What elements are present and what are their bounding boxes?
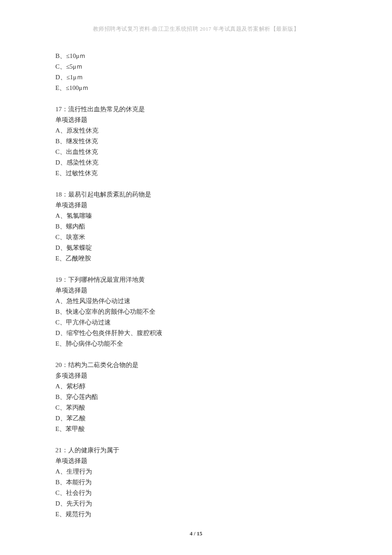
question-block-17: 17：流行性出血热常见的休克是 单项选择题 A、原发性休克 B、继发性休克 C、…: [55, 104, 337, 179]
option-text: D、苯乙酸: [55, 413, 337, 424]
option-text: D、感染性休克: [55, 157, 337, 168]
document-page: 教师招聘考试复习资料-曲江卫生系统招聘 2017 年考试真题及答案解析【最新版】…: [0, 0, 392, 555]
option-text: B、本能行为: [55, 477, 337, 488]
content-area: B、≤10μｍ C、≤5μｍ D、≤1μｍ E、≤100μｍ 17：流行性出血热…: [55, 51, 337, 520]
option-text: E、苯甲酸: [55, 424, 337, 434]
option-text: E、过敏性休克: [55, 168, 337, 179]
option-text: B、螺内酯: [55, 221, 337, 232]
option-text: C、苯丙酸: [55, 402, 337, 413]
option-text: E、规范行为: [55, 509, 337, 520]
question-block-18: 18：最易引起电解质紊乱的药物是 单项选择题 A、氢氯噻嗪 B、螺内酯 C、呋塞…: [55, 189, 337, 264]
question-block-21: 21：人的健康行为属于 单项选择题 A、生理行为 B、本能行为 C、社会行为 D…: [55, 445, 337, 520]
question-type: 多项选择题: [55, 370, 337, 381]
question-stem: 20：结构为二萜类化合物的是: [55, 360, 337, 370]
option-text: A、氢氯噻嗪: [55, 211, 337, 221]
option-text: C、呋塞米: [55, 232, 337, 243]
option-text: D、先天行为: [55, 498, 337, 509]
option-text: E、肺心病伴心功能不全: [55, 338, 337, 349]
option-text: B、快速心室率的房颤伴心功能不全: [55, 306, 337, 317]
option-text: B、穿心莲内酯: [55, 392, 337, 402]
option-text: E、乙酰唑胺: [55, 253, 337, 264]
option-text: A、生理行为: [55, 466, 337, 477]
question-stem: 18：最易引起电解质紊乱的药物是: [55, 189, 337, 200]
page-number-total: 15: [197, 530, 202, 537]
question-stem: 21：人的健康行为属于: [55, 445, 337, 456]
option-text: C、≤5μｍ: [55, 61, 337, 72]
question-type: 单项选择题: [55, 456, 337, 466]
option-text: E、≤100μｍ: [55, 83, 337, 93]
option-text: D、氨苯蝶啶: [55, 243, 337, 253]
question-block-20: 20：结构为二萜类化合物的是 多项选择题 A、紫杉醇 B、穿心莲内酯 C、苯丙酸…: [55, 360, 337, 434]
page-header: 教师招聘考试复习资料-曲江卫生系统招聘 2017 年考试真题及答案解析【最新版】: [55, 26, 337, 33]
question-stem: 17：流行性出血热常见的休克是: [55, 104, 337, 115]
question-type: 单项选择题: [55, 200, 337, 211]
page-number-sep: /: [193, 530, 197, 537]
option-text: A、原发性休克: [55, 125, 337, 136]
question-block-19: 19：下列哪种情况最宜用洋地黄 单项选择题 A、急性风湿热伴心动过速 B、快速心…: [55, 275, 337, 349]
option-text: C、甲亢伴心动过速: [55, 317, 337, 328]
option-text: A、急性风湿热伴心动过速: [55, 296, 337, 306]
option-text: C、出血性休克: [55, 147, 337, 157]
question-stem: 19：下列哪种情况最宜用洋地黄: [55, 275, 337, 285]
option-text: A、紫杉醇: [55, 381, 337, 392]
option-text: B、继发性休克: [55, 136, 337, 147]
page-footer: 4 / 15: [0, 530, 392, 537]
question-block-16-partial: B、≤10μｍ C、≤5μｍ D、≤1μｍ E、≤100μｍ: [55, 51, 337, 93]
question-type: 单项选择题: [55, 115, 337, 125]
option-text: B、≤10μｍ: [55, 51, 337, 61]
question-type: 单项选择题: [55, 285, 337, 296]
option-text: C、社会行为: [55, 488, 337, 498]
option-text: D、缩窄性心包炎伴肝肿大、腹腔积液: [55, 328, 337, 338]
option-text: D、≤1μｍ: [55, 72, 337, 83]
